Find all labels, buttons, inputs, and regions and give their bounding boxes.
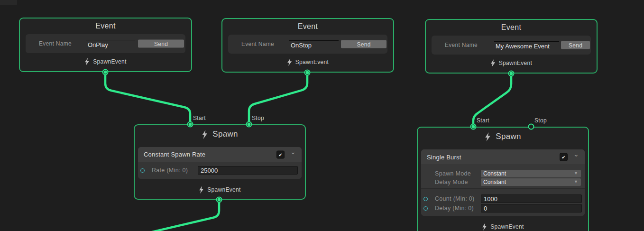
node-title: Event [20,22,191,30]
node-title-row: Spawn [418,132,588,141]
event-name-label: Event Name [445,42,478,48]
event-name-input[interactable]: OnPlay [86,40,135,49]
output-label: SpawnEvent [295,59,329,65]
spawn-constant-stop-port[interactable] [246,121,252,128]
lightning-icon [482,223,487,231]
chevron-down-icon[interactable]: ⌄ [290,148,296,156]
spawn-constant-start-port[interactable] [187,121,193,128]
delay-mode-label: Delay Mode [435,179,468,185]
edge-spawnevent-out [121,200,219,231]
lightning-icon [490,59,496,67]
rate-input[interactable]: 25000 [198,166,298,175]
block-header: Single Burst ✔ ⌄ [421,149,585,165]
output-slot-row: SpawnEvent [426,59,597,67]
stop-port-label: Stop [252,115,264,121]
lightning-icon [485,132,491,141]
count-property-port[interactable] [423,197,428,201]
edge-onplay-to-start [105,72,190,124]
event-node-my-awesome-event[interactable]: Event Event Name My Awesome Event Send S… [425,19,598,74]
output-slot-row: SpawnEvent [222,58,393,66]
block-header: Constant Spawn Rate ✔ ⌄ [138,147,302,162]
count-label: Count (Min: 0) [435,195,474,202]
event-settings-panel: Event Name My Awesome Event Send [432,36,591,55]
node-title-row: Spawn [135,129,305,139]
spawn-burst-start-port[interactable] [470,124,477,130]
delay-mode-dropdown[interactable]: Constant ▼ [481,178,581,186]
event-node-onstop[interactable]: Event Event Name OnStop Send SpawnEvent [221,18,394,73]
block-enabled-checkbox[interactable]: ✔ [560,153,568,161]
lightning-icon [287,58,292,66]
block-properties: Count (Min: 0) 1000 Delay (Min: 0) 0 [421,188,585,216]
output-slot-row: SpawnEvent [135,186,305,194]
event-settings-panel: Event Name OnStop Send [228,35,387,54]
node-title: Spawn [496,132,521,141]
dropdown-arrow-icon: ▼ [574,178,578,185]
event-settings-panel: Event Name OnPlay Send [26,34,185,53]
block-title: Single Burst [427,154,461,161]
block-title: Constant Spawn Rate [144,151,205,158]
node-title: Event [222,22,393,31]
node-title: Spawn [212,129,238,139]
lightning-icon [202,130,208,139]
start-port-label: Start [477,117,489,124]
node-title: Event [426,23,597,32]
event-name-label: Event Name [241,41,274,47]
output-slot-row: SpawnEvent [418,223,588,231]
spawn-constant-output-port[interactable] [216,197,222,203]
start-port-label: Start [193,115,206,121]
event-name-input[interactable]: OnStop [289,40,339,49]
output-label: SpawnEvent [207,186,240,193]
delay-input[interactable]: 0 [481,204,582,213]
onstop-output-port[interactable] [304,70,311,76]
output-label: SpawnEvent [490,223,524,230]
output-label: SpawnEvent [93,58,126,65]
lightning-icon [199,186,204,194]
block-constant-spawn-rate[interactable]: Constant Spawn Rate ✔ ⌄ Rate (Min: 0) 25… [138,147,302,179]
block-properties: Rate (Min: 0) 25000 [138,162,302,179]
spawn-node-single-burst[interactable]: Spawn Single Burst ✔ ⌄ Spawn Mode Consta… [417,127,589,231]
spawn-burst-stop-port[interactable] [528,124,534,130]
lightning-icon [84,58,90,65]
chevron-down-icon[interactable]: ⌄ [573,150,579,158]
event-name-label: Event Name [39,40,72,47]
block-single-burst[interactable]: Single Burst ✔ ⌄ Spawn Mode Constant ▼ D… [421,149,585,216]
count-input[interactable]: 1000 [481,194,582,203]
spawn-mode-value: Constant [483,170,506,177]
output-label: SpawnEvent [499,60,532,66]
vfx-graph-canvas[interactable]: Event Event Name OnPlay Send SpawnEvent … [0,0,644,231]
block-settings: Spawn Mode Constant ▼ Delay Mode Constan… [421,165,585,188]
delay-label: Delay (Min: 0) [435,205,474,212]
send-button[interactable]: Send [138,40,184,48]
block-enabled-checkbox[interactable]: ✔ [276,150,285,158]
send-button[interactable]: Send [561,41,590,49]
event-node-onplay[interactable]: Event Event Name OnPlay Send SpawnEvent [19,18,192,72]
spawn-mode-dropdown[interactable]: Constant ▼ [481,170,581,177]
rate-property-port[interactable] [140,168,145,173]
awesome-event-output-port[interactable] [508,71,515,77]
delay-property-port[interactable] [423,206,428,211]
spawn-node-constant[interactable]: Spawn Constant Spawn Rate ✔ ⌄ Rate (Min:… [134,124,306,200]
stop-port-label: Stop [534,117,547,124]
rate-label: Rate (Min: 0) [152,167,188,174]
event-name-input[interactable]: My Awesome Event [494,41,559,50]
output-slot-row: SpawnEvent [20,58,191,65]
onplay-output-port[interactable] [102,69,109,75]
dropdown-arrow-icon: ▼ [574,169,578,177]
send-button[interactable]: Send [341,40,386,48]
delay-mode-value: Constant [483,179,506,185]
spawn-mode-label: Spawn Mode [435,170,471,177]
